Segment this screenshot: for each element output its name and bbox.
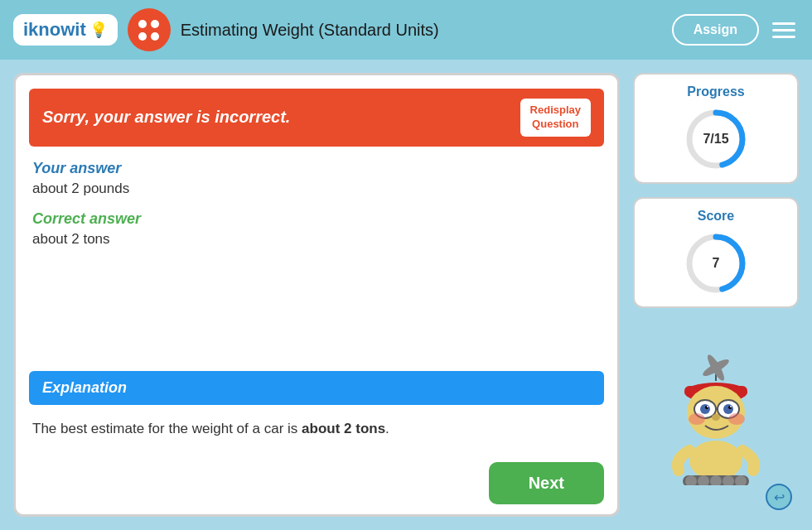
dot-4 — [151, 32, 159, 41]
correct-answer-value: about 2 tons — [32, 231, 601, 248]
your-answer-label: Your answer — [32, 160, 601, 177]
bottom-bar: Next — [16, 452, 617, 514]
hamburger-line-1 — [772, 22, 795, 25]
explanation-text: The best estimate for the weight of a ca… — [16, 405, 617, 453]
svg-point-12 — [700, 404, 710, 414]
logo-bulb-icon: 💡 — [89, 21, 108, 39]
menu-button[interactable] — [769, 19, 799, 41]
score-circle: 7 — [683, 230, 749, 296]
hamburger-line-2 — [772, 29, 795, 31]
svg-point-17 — [730, 406, 732, 407]
lesson-title: Estimating Weight (Standard Units) — [181, 21, 662, 40]
score-value: 7 — [713, 256, 720, 271]
score-box: Score 7 — [633, 197, 799, 308]
dice-icon — [128, 8, 171, 51]
redisplay-button[interactable]: RedisplayQuestion — [520, 99, 591, 137]
explanation-text-bold: about 2 tons — [302, 421, 385, 436]
dice-dots — [135, 17, 162, 44]
explanation-header: Explanation — [29, 371, 604, 405]
svg-point-20 — [689, 413, 705, 425]
svg-point-13 — [723, 404, 733, 414]
explanation-text-end: . — [385, 421, 389, 436]
hamburger-line-3 — [772, 36, 795, 38]
svg-point-21 — [728, 413, 745, 425]
score-label: Score — [698, 209, 734, 224]
header: iknowit 💡 Estimating Weight (Standard Un… — [0, 0, 812, 60]
dot-3 — [138, 32, 147, 41]
main-content: Sorry, your answer is incorrect. Redispl… — [0, 60, 812, 530]
correct-answer-label: Correct answer — [32, 210, 601, 228]
back-button[interactable]: ↩ — [766, 484, 792, 510]
left-panel: Sorry, your answer is incorrect. Redispl… — [13, 73, 620, 517]
back-arrow-icon: ↩ — [774, 489, 785, 505]
dot-2 — [151, 20, 159, 28]
right-panel: Progress 7/15 Score 7 — [633, 73, 799, 517]
logo-text: iknowit — [23, 19, 86, 41]
incorrect-message: Sorry, your answer is incorrect. — [42, 108, 290, 127]
progress-value: 7/15 — [703, 132, 728, 147]
your-answer-value: about 2 pounds — [32, 181, 601, 197]
explanation-text-part1: The best estimate for the weight of a ca… — [32, 421, 302, 436]
character-area: ↩ — [633, 321, 799, 517]
next-button[interactable]: Next — [489, 462, 604, 504]
svg-point-16 — [707, 406, 708, 407]
assign-button[interactable]: Assign — [672, 14, 759, 46]
dot-1 — [138, 20, 147, 28]
svg-point-19 — [712, 414, 720, 421]
character-illustration — [654, 353, 778, 485]
progress-circle: 7/15 — [683, 106, 749, 172]
incorrect-banner: Sorry, your answer is incorrect. Redispl… — [29, 89, 604, 147]
progress-box: Progress 7/15 — [633, 73, 799, 184]
answer-section: Your answer about 2 pounds Correct answe… — [16, 147, 617, 371]
svg-point-22 — [689, 441, 742, 480]
progress-label: Progress — [687, 84, 744, 99]
logo: iknowit 💡 — [13, 14, 118, 46]
